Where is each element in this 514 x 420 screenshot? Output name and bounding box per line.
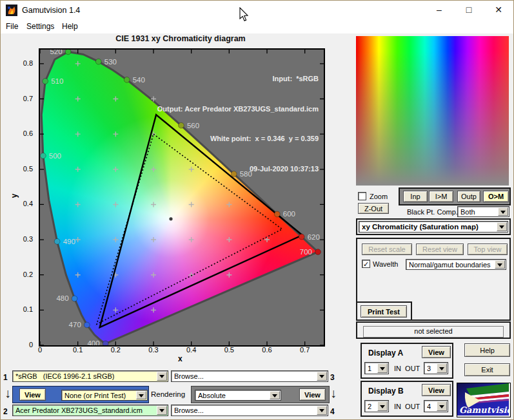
x-tick-label: 0.4 [180, 346, 203, 354]
wavelength-label-600: 600 [283, 210, 295, 218]
wavelength-dot-480 [72, 296, 77, 301]
display-b-group: Display B View 2 IN OUT 4 [361, 381, 453, 417]
display-a-in-select[interactable]: 1 [364, 362, 389, 374]
y-tick-label: 0.7 [1, 95, 33, 102]
print-test-frame: Print Test [356, 301, 412, 321]
dropdown-arrow-button[interactable] [377, 401, 388, 411]
plot-type-select[interactable]: xy Chromaticity (Saturation map) [359, 221, 508, 233]
display-a-out-select[interactable]: 3 [424, 362, 448, 374]
x-axis-tick-labels: 00.10.20.30.40.50.60.7 [40, 346, 324, 355]
dropdown-arrow-button[interactable] [317, 406, 327, 415]
y-tick-label: 0.5 [1, 165, 33, 173]
wavelength-dot-700 [315, 249, 321, 255]
view-input-panel: View None (or Print Test) [12, 386, 149, 403]
input-to-monitor-button[interactable]: I>M [429, 191, 453, 202]
window-title: Gamutvision 1.4 [22, 6, 80, 15]
wavelength-label-620: 620 [308, 233, 320, 241]
display-a-inout-label: IN OUT [394, 365, 420, 372]
test-image-select[interactable]: None (or Print Test) [61, 390, 148, 401]
plot-annotations: Input: *sRGB Output: Acer Predator XB273… [157, 54, 319, 194]
wavelength-label-520: 520 [50, 50, 62, 55]
wavelength-label-470: 470 [69, 321, 81, 329]
output-to-monitor-button[interactable]: O>M [483, 191, 509, 202]
dropdown-arrow-button[interactable] [317, 372, 327, 381]
black-pt-comp-select[interactable]: Both [457, 206, 509, 217]
wavelength-dot-470 [84, 322, 90, 328]
display-a-title: Display A [368, 348, 403, 358]
view-output-button[interactable]: View [299, 388, 326, 401]
annotation-white-point: White point: x = 0.346 y = 0.359 [157, 134, 319, 144]
chromaticity-plot[interactable]: 4004704804905005105205305405605806006207… [39, 48, 325, 347]
rendering-panel: Absolute View [191, 386, 330, 403]
rendering-intent-select[interactable]: Absolute [195, 390, 281, 401]
wavelength-label-480: 480 [56, 294, 68, 302]
display-b-title: Display B [368, 387, 404, 396]
display-a-group: Display A View 1 IN OUT 3 [361, 343, 453, 379]
menu-bar: File Settings Help [1, 20, 513, 33]
slot-4-label: 4 [330, 407, 335, 416]
black-pt-comp-label: Black Pt. Comp. [407, 208, 458, 216]
rendering-label: Rendering [151, 390, 185, 398]
zoom-checkbox[interactable] [358, 192, 366, 200]
reset-scale-button[interactable]: Reset scale [362, 243, 412, 255]
wavelth-checkbox-label: Wavelth [373, 260, 398, 268]
menu-file[interactable]: File [6, 22, 18, 31]
wavelength-dot-600 [274, 211, 280, 217]
dropdown-arrow-button[interactable] [136, 391, 146, 399]
display-b-in-select[interactable]: 2 [364, 400, 389, 412]
dropdown-arrow-button[interactable] [157, 372, 167, 381]
x-tick-label: 0.2 [104, 346, 127, 354]
white-point-marker [169, 217, 172, 220]
mouse-cursor-icon [239, 7, 249, 23]
zoom-checkbox-label: Zoom [370, 193, 388, 200]
dropdown-arrow-button[interactable] [498, 207, 508, 216]
exit-button[interactable]: Exit [464, 363, 510, 376]
view-input-button[interactable]: View [19, 388, 46, 401]
help-button[interactable]: Help [464, 343, 510, 357]
boundaries-select[interactable]: Normal/gamut boundaries [406, 259, 506, 270]
annotation-output: Output: Acer Predator XB273UGS_standard.… [157, 104, 319, 115]
dropdown-arrow-button[interactable] [377, 363, 388, 373]
x-tick-label: 0.5 [217, 346, 241, 354]
input-profile-select[interactable]: *sRGB (IEC6 1996-2.1 sRGB) [12, 370, 168, 382]
y-tick-label: 0.3 [1, 235, 33, 243]
inp-button[interactable]: Inp [403, 191, 428, 202]
dropdown-arrow-button[interactable] [437, 401, 447, 411]
reset-view-button[interactable]: Reset view [416, 243, 464, 255]
status-frame: not selected [356, 321, 511, 339]
maximize-button[interactable]: □ [454, 1, 484, 20]
browse-3-select[interactable]: Browse... [171, 370, 328, 382]
wavelength-dot-540 [124, 77, 130, 82]
z-out-button[interactable]: Z-Out [358, 203, 389, 214]
title-bar: Gamutvision 1.4 – □ ✕ [1, 1, 513, 20]
wavelength-dot-620 [299, 234, 304, 240]
outp-button[interactable]: Outp [457, 191, 480, 202]
dropdown-arrow-button[interactable] [495, 260, 505, 269]
x-axis-label: x [178, 354, 183, 363]
dropdown-arrow-button[interactable] [497, 222, 507, 231]
menu-help[interactable]: Help [62, 22, 78, 31]
print-test-button[interactable]: Print Test [361, 305, 407, 318]
dropdown-arrow-button[interactable] [437, 363, 447, 373]
dropdown-arrow-button[interactable] [270, 391, 280, 399]
annotation-timestamp: 09-Jul-2020 10:37:13 [157, 164, 319, 175]
wavelength-dot-510 [43, 79, 48, 84]
top-view-button[interactable]: Top view [468, 243, 508, 255]
x-tick-label: 0.7 [293, 346, 317, 354]
display-b-out-select[interactable]: 4 [424, 400, 448, 412]
y-tick-label: 0.6 [1, 129, 33, 137]
menu-settings[interactable]: Settings [26, 22, 54, 31]
display-b-view-button[interactable]: View [422, 384, 451, 396]
wavelength-dot-530 [95, 59, 101, 64]
slot-1-label: 1 [3, 373, 8, 382]
dropdown-arrow-button[interactable] [157, 406, 167, 415]
output-profile-select[interactable]: Acer Predator XB273UGS_standard.icm [12, 405, 168, 416]
wavelth-checkbox[interactable]: ✓ [362, 260, 370, 268]
y-tick-label: 0.4 [1, 200, 33, 207]
close-button[interactable]: ✕ [484, 1, 513, 20]
wavelength-label-500: 500 [49, 152, 61, 160]
minimize-button[interactable]: – [424, 1, 454, 20]
display-a-view-button[interactable]: View [422, 346, 451, 358]
browse-4-select[interactable]: Browse... [171, 405, 328, 416]
y-tick-label: 0 [1, 341, 33, 348]
